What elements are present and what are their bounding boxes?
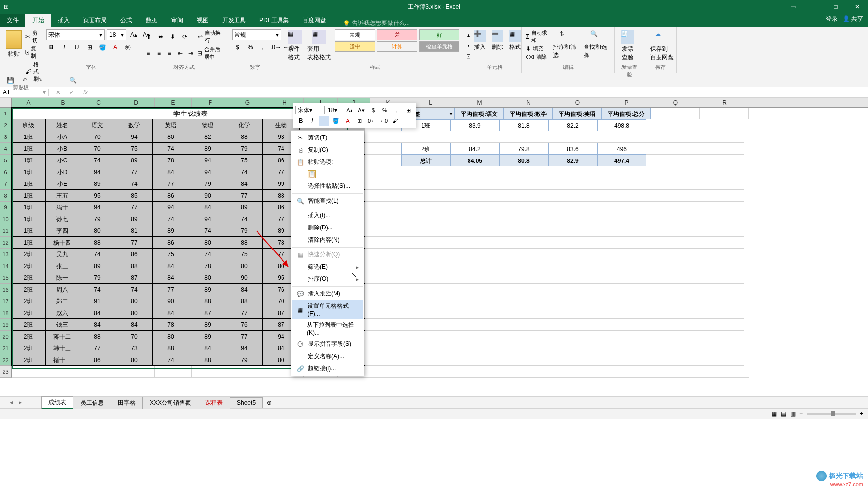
cell[interactable]: 86 <box>116 248 153 260</box>
mini-currency-icon[interactable]: $ <box>368 105 378 115</box>
cell[interactable] <box>365 249 401 260</box>
align-bottom-icon[interactable]: ⬇ <box>168 31 178 42</box>
cell[interactable]: 2班 <box>11 318 46 331</box>
cell[interactable] <box>597 342 646 354</box>
cell[interactable]: 94 <box>152 201 189 213</box>
col-header[interactable]: A <box>12 98 46 107</box>
row-header[interactable]: 5 <box>0 155 12 166</box>
save-icon[interactable]: 💾 <box>5 75 16 86</box>
tab-file[interactable]: 文件 <box>0 13 25 27</box>
cell[interactable] <box>365 213 401 225</box>
cell[interactable]: 2班 <box>11 272 46 284</box>
cell[interactable]: 85 <box>116 189 153 202</box>
cell[interactable]: 497.4 <box>597 155 646 166</box>
cell[interactable]: 89 <box>79 260 116 272</box>
tab-data[interactable]: 数据 <box>139 13 164 27</box>
cell[interactable]: 74 <box>152 354 189 366</box>
cell[interactable]: 82.9 <box>548 155 597 166</box>
cell[interactable] <box>365 354 401 366</box>
cell[interactable] <box>155 366 192 378</box>
cell[interactable] <box>499 284 548 295</box>
cell[interactable] <box>450 307 499 319</box>
cell[interactable] <box>401 319 450 331</box>
mini-font-color-icon[interactable]: A <box>342 116 353 126</box>
cell[interactable]: 80 <box>226 260 263 272</box>
cell[interactable]: 90 <box>226 272 263 284</box>
row-header[interactable]: 17 <box>0 295 12 307</box>
ctx-insert[interactable]: 插入(I)... <box>292 209 363 222</box>
cell[interactable]: 2班 <box>11 295 46 307</box>
cell[interactable] <box>365 319 401 331</box>
underline-button[interactable]: U <box>71 42 82 53</box>
cell[interactable]: 1班 <box>11 236 46 249</box>
cell[interactable]: 数学 <box>116 119 153 131</box>
cell[interactable] <box>646 331 695 342</box>
cell[interactable] <box>450 319 499 331</box>
ctx-phonetic[interactable]: ㊥显示拼音字段(S) <box>292 338 363 350</box>
mini-bold-icon[interactable]: B <box>295 116 306 126</box>
border-button[interactable]: ⊞ <box>84 42 95 53</box>
cell[interactable]: 74 <box>226 213 263 225</box>
cell[interactable] <box>548 178 597 190</box>
cell[interactable] <box>450 284 499 295</box>
cell[interactable]: 77 <box>152 178 189 190</box>
cell[interactable] <box>646 202 695 213</box>
cell[interactable]: 2班 <box>11 283 46 295</box>
row-header[interactable]: 23 <box>0 366 12 378</box>
cell[interactable]: 90 <box>189 189 226 202</box>
tell-me-box[interactable]: 💡 告诉我您想要做什么... <box>343 19 410 27</box>
add-sheet-button[interactable]: ⊕ <box>264 398 274 408</box>
cell[interactable]: 平均值项:总分 <box>602 108 651 119</box>
mini-border2-icon[interactable]: ⊞ <box>354 116 365 126</box>
ctx-insert-comment[interactable]: 💬插入批注(M) <box>292 288 363 300</box>
cell[interactable] <box>646 119 695 131</box>
fill-color-button[interactable]: 🪣 <box>97 42 108 53</box>
align-top-icon[interactable]: ⬆ <box>144 31 154 42</box>
row-header[interactable]: 4 <box>0 143 12 155</box>
cell[interactable]: 84.2 <box>450 143 499 155</box>
cell[interactable]: 87 <box>116 272 153 284</box>
cell[interactable]: 88 <box>152 342 189 354</box>
cell[interactable]: 89 <box>79 178 116 190</box>
undo-icon[interactable]: ↶ <box>20 75 30 86</box>
cell[interactable]: 77 <box>116 166 153 178</box>
cell[interactable]: 2班 <box>11 260 46 272</box>
cell[interactable]: 1班 <box>11 225 46 237</box>
cell[interactable]: 84 <box>79 307 116 319</box>
cell[interactable]: 84 <box>79 318 116 331</box>
ctx-paste-values[interactable]: 📋 <box>292 168 363 180</box>
cell[interactable] <box>499 307 548 319</box>
cell[interactable] <box>370 366 406 378</box>
zoom-in-icon[interactable]: + <box>860 410 863 417</box>
cell[interactable]: 1班 <box>11 189 46 202</box>
minimize-icon[interactable]: — <box>803 0 825 14</box>
fx-icon[interactable]: fx <box>81 89 90 96</box>
cell[interactable]: 75 <box>226 248 263 260</box>
ctx-dropdown-list[interactable]: 从下拉列表中选择(K)... <box>292 319 363 338</box>
cell[interactable] <box>450 131 499 143</box>
col-header[interactable]: D <box>117 98 155 107</box>
cell[interactable]: 2班 <box>401 143 450 155</box>
cell[interactable] <box>695 354 744 366</box>
tab-review[interactable]: 审阅 <box>164 13 190 27</box>
cell[interactable]: 74 <box>79 283 116 295</box>
formula-input[interactable] <box>90 89 868 96</box>
cell[interactable]: 88 <box>226 295 263 307</box>
cell[interactable] <box>597 307 646 319</box>
cell[interactable] <box>695 342 744 354</box>
sheet-nav-last-icon[interactable]: ▸ <box>19 399 26 407</box>
cell[interactable]: 2班 <box>11 330 46 342</box>
cell[interactable] <box>548 225 597 237</box>
cell[interactable] <box>401 202 450 213</box>
cell[interactable] <box>450 237 499 249</box>
cell[interactable]: 74 <box>79 248 116 260</box>
merge-button[interactable]: ⊟合并后居中 <box>197 46 224 61</box>
cell[interactable] <box>499 225 548 237</box>
cell[interactable] <box>499 272 548 284</box>
col-header[interactable]: M <box>455 98 504 107</box>
font-name-combo[interactable]: 宋体▾ <box>46 29 105 40</box>
cell[interactable]: 84 <box>189 201 226 213</box>
cell[interactable]: 74 <box>226 166 263 178</box>
comma-icon[interactable]: , <box>258 42 268 53</box>
row-header[interactable]: 13 <box>0 249 12 260</box>
